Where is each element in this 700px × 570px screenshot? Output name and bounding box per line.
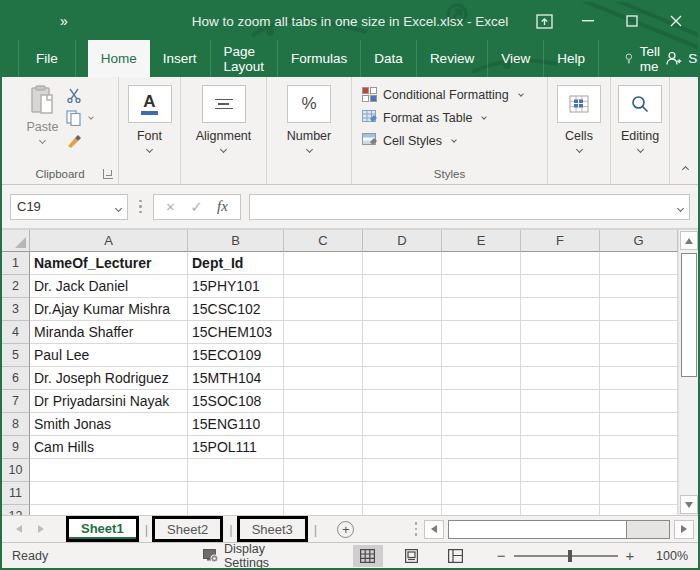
zoom-level-label[interactable]: 100% [648, 549, 688, 563]
cell-E2[interactable] [442, 275, 521, 298]
cell-E8[interactable] [442, 413, 521, 436]
expand-formula-bar-icon[interactable] [677, 205, 684, 212]
row-header-5[interactable]: 5 [2, 344, 30, 367]
cell-F5[interactable] [521, 344, 600, 367]
cell-C1[interactable] [284, 252, 363, 275]
collapse-ribbon-icon[interactable] [683, 158, 688, 176]
scroll-down-icon[interactable] [680, 495, 698, 514]
cell-G2[interactable] [600, 275, 678, 298]
new-sheet-button[interactable]: + [337, 521, 354, 538]
format-as-table-dropdown-icon[interactable] [482, 114, 488, 120]
column-header-d[interactable]: D [363, 230, 442, 252]
cell-E12[interactable] [442, 505, 521, 515]
cell-F4[interactable] [521, 321, 600, 344]
copy-button[interactable] [66, 110, 93, 126]
cell-D9[interactable] [363, 436, 442, 459]
cell-A5[interactable]: Paul Lee [30, 344, 188, 367]
cell-G3[interactable] [600, 298, 678, 321]
horizontal-scroll-track[interactable] [448, 520, 670, 539]
row-header-3[interactable]: 3 [2, 298, 30, 321]
font-dropdown-icon[interactable] [146, 146, 153, 153]
close-button[interactable] [654, 2, 698, 40]
zoom-in-button[interactable]: + [626, 547, 635, 564]
cell-C5[interactable] [284, 344, 363, 367]
scroll-right-icon[interactable] [674, 520, 694, 539]
tab-formulas[interactable]: Formulas [278, 40, 361, 77]
cell-B1[interactable]: Dept_Id [188, 252, 284, 275]
minimize-button[interactable] [566, 2, 610, 40]
scroll-left-icon[interactable] [424, 520, 444, 539]
cell-A11[interactable] [30, 482, 188, 505]
cell-B2[interactable]: 15PHY101 [188, 275, 284, 298]
column-header-g[interactable]: G [600, 230, 678, 252]
format-painter-button[interactable] [66, 133, 93, 149]
sheet-tab-sheet3[interactable]: Sheet3 [240, 519, 305, 539]
tab-file[interactable]: File [18, 40, 76, 77]
cell-C10[interactable] [284, 459, 363, 482]
tab-view[interactable]: View [488, 40, 544, 77]
cell-A12[interactable] [30, 505, 188, 515]
cell-D10[interactable] [363, 459, 442, 482]
alignment-group-button[interactable]: Alignment [196, 85, 252, 152]
cell-A6[interactable]: Dr. Joseph Rodriguez [30, 367, 188, 390]
row-header-9[interactable]: 9 [2, 436, 30, 459]
cell-G11[interactable] [600, 482, 678, 505]
cell-C8[interactable] [284, 413, 363, 436]
cell-E6[interactable] [442, 367, 521, 390]
cell-D7[interactable] [363, 390, 442, 413]
conditional-formatting-dropdown-icon[interactable] [518, 91, 524, 97]
tab-insert[interactable]: Insert [150, 40, 211, 77]
sheet-tab-sheet1[interactable]: Sheet1 [69, 519, 136, 539]
cell-F10[interactable] [521, 459, 600, 482]
copy-dropdown-icon[interactable] [89, 114, 95, 120]
cell-C2[interactable] [284, 275, 363, 298]
column-header-a[interactable]: A [30, 230, 188, 252]
paste-dropdown-icon[interactable] [39, 137, 46, 144]
cell-A8[interactable]: Smith Jonas [30, 413, 188, 436]
cell-D3[interactable] [363, 298, 442, 321]
cell-D6[interactable] [363, 367, 442, 390]
cell-G7[interactable] [600, 390, 678, 413]
cell-F12[interactable] [521, 505, 600, 515]
tell-me-button[interactable]: Tell me [625, 40, 665, 77]
vertical-scrollbar[interactable] [678, 230, 698, 515]
tab-page-layout[interactable]: Page Layout [211, 40, 279, 77]
cell-E5[interactable] [442, 344, 521, 367]
zoom-slider-thumb[interactable] [568, 550, 572, 562]
cell-E7[interactable] [442, 390, 521, 413]
cell-B5[interactable]: 15ECO109 [188, 344, 284, 367]
ribbon-display-options-icon[interactable] [522, 2, 566, 40]
cell-styles-dropdown-icon[interactable] [451, 137, 457, 143]
row-header-4[interactable]: 4 [2, 321, 30, 344]
cell-A7[interactable]: Dr Priyadarsini Nayak [30, 390, 188, 413]
cell-F11[interactable] [521, 482, 600, 505]
number-dropdown-icon[interactable] [305, 146, 312, 153]
page-break-preview-button[interactable] [441, 545, 471, 567]
row-header-10[interactable]: 10 [2, 459, 30, 482]
cell-E4[interactable] [442, 321, 521, 344]
cell-D11[interactable] [363, 482, 442, 505]
zoom-out-button[interactable]: − [497, 547, 506, 564]
cell-B11[interactable] [188, 482, 284, 505]
sheet-nav-prev-icon[interactable] [16, 525, 22, 533]
clipboard-dialog-launcher-icon[interactable] [103, 169, 113, 179]
cell-D5[interactable] [363, 344, 442, 367]
tabbar-drag-dots[interactable] [412, 522, 421, 536]
cell-A3[interactable]: Dr.Ajay Kumar Mishra [30, 298, 188, 321]
cell-styles-button[interactable]: Cell Styles [362, 133, 537, 148]
page-layout-view-button[interactable] [397, 545, 427, 567]
cell-F2[interactable] [521, 275, 600, 298]
cell-B4[interactable]: 15CHEM103 [188, 321, 284, 344]
alignment-dropdown-icon[interactable] [220, 146, 227, 153]
font-group-button[interactable]: A Font [128, 85, 172, 152]
row-header-11[interactable]: 11 [2, 482, 30, 505]
select-all-corner[interactable] [2, 230, 30, 252]
cell-E11[interactable] [442, 482, 521, 505]
enter-icon[interactable]: ✓ [184, 198, 210, 216]
cell-A9[interactable]: Cam Hills [30, 436, 188, 459]
cell-G5[interactable] [600, 344, 678, 367]
cell-B3[interactable]: 15CSC102 [188, 298, 284, 321]
display-settings-button[interactable]: Display Settings [203, 542, 313, 570]
name-box[interactable]: C19 [10, 194, 128, 220]
cell-G8[interactable] [600, 413, 678, 436]
